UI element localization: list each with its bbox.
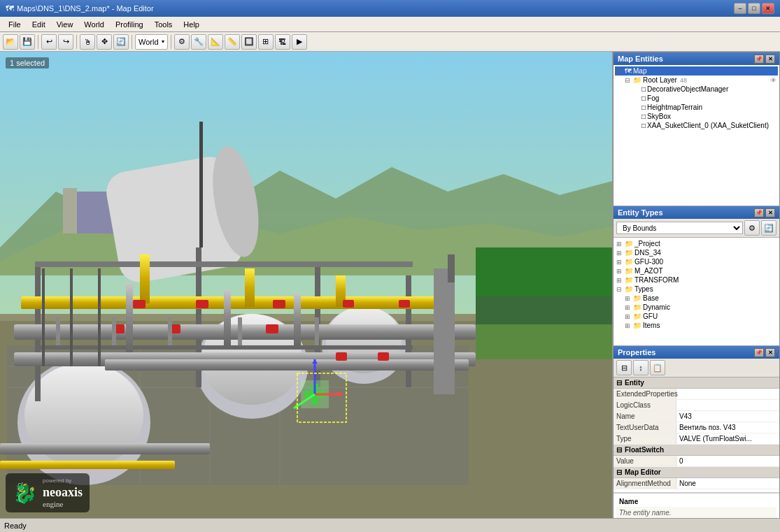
object-icon: □ xyxy=(641,122,646,129)
toolbar-btn-5[interactable]: 🔲 xyxy=(241,34,257,50)
prop-val-alignment[interactable]: None xyxy=(676,478,779,489)
prop-val-type[interactable]: VALVE (TurnFloatSwi... xyxy=(676,433,779,444)
types-settings-btn[interactable]: ⚙ xyxy=(744,220,760,236)
logo-overlay: 🐉 powered by neoaxis engine xyxy=(6,473,90,512)
tree-item-root-layer[interactable]: ⊟ 📁 Root Layer 48 👁 xyxy=(623,76,778,85)
tree-item-project[interactable]: ⊞ 📁 _Project xyxy=(615,239,778,248)
title-bar: 🗺 Maps\DNS_1\DNS_2.map* - Map Editor – □… xyxy=(0,0,780,17)
svg-rect-46 xyxy=(273,300,285,308)
minus-icon: ⊟ xyxy=(616,379,622,387)
svg-rect-66 xyxy=(56,317,60,345)
menu-bar: File Edit View World Profiling Tools Hel… xyxy=(0,17,780,32)
prop-val-logicclass[interactable] xyxy=(676,400,779,410)
pin-button-3[interactable]: 📌 xyxy=(754,348,764,357)
prop-textuserdata: TextUserData Вентиль поз. V43 xyxy=(614,422,779,433)
status-bar: Ready xyxy=(0,518,780,532)
prop-val-value[interactable]: 0 xyxy=(676,456,779,466)
tree-item-base[interactable]: ⊞ 📁 Base xyxy=(623,294,778,303)
svg-rect-30 xyxy=(35,261,413,267)
tree-item-gfu300[interactable]: ⊞ 📁 GFU-300 xyxy=(615,257,778,266)
engine-name: neoaxis xyxy=(43,485,83,499)
powered-by-label: powered by xyxy=(43,477,83,484)
world-dropdown-label: World xyxy=(139,38,159,46)
props-copy-btn[interactable]: 📋 xyxy=(650,360,665,375)
tree-item-dynamic[interactable]: ⊞ 📁 Dynamic xyxy=(623,303,778,312)
prop-val-extended[interactable] xyxy=(676,389,779,399)
types-close-button[interactable]: ✕ xyxy=(765,208,775,217)
toolbar-btn-1[interactable]: ⚙ xyxy=(174,34,190,50)
filter-dropdown[interactable]: By Bounds xyxy=(616,222,743,234)
tree-item-map[interactable]: ⊟ 🗺 Map xyxy=(615,66,778,76)
toolbar-btn-2[interactable]: 🔧 xyxy=(191,34,206,50)
footer-description: The entity name. xyxy=(616,507,777,518)
props-close-button[interactable]: ✕ xyxy=(765,348,775,357)
tree-item-dns34[interactable]: ⊞ 📁 DNS_34 xyxy=(615,248,778,257)
toolbar-btn-6[interactable]: ⊞ xyxy=(258,34,274,50)
tree-item-terrain[interactable]: □ HeightmapTerrain xyxy=(632,103,778,112)
entity-section-header[interactable]: ⊟ Entity xyxy=(614,378,779,389)
menu-view[interactable]: View xyxy=(51,19,79,30)
tree-item-items[interactable]: ⊞ 📁 Items xyxy=(623,321,778,330)
svg-rect-75 xyxy=(0,443,210,454)
toolbar-save[interactable]: 💾 xyxy=(20,34,35,50)
toolbar-btn-3[interactable]: 📐 xyxy=(208,34,223,50)
object-icon: □ xyxy=(641,103,646,111)
toolbar-redo[interactable]: ↪ xyxy=(58,34,73,50)
menu-world[interactable]: World xyxy=(78,19,110,30)
toolbar: 📂 💾 ↩ ↪ 🖱 ✥ 🔄 World ▾ ⚙ 🔧 📐 📏 🔲 ⊞ 🏗 ▶ xyxy=(0,32,780,52)
maximize-button[interactable]: □ xyxy=(748,3,760,14)
menu-profiling[interactable]: Profiling xyxy=(110,19,149,30)
toolbar-btn-8[interactable]: ▶ xyxy=(292,34,307,50)
viewport[interactable]: 1 selected 🐉 powered by neoaxis engine xyxy=(0,52,612,518)
prop-extended: ExtendedProperties xyxy=(614,389,779,400)
toolbar-move[interactable]: ✥ xyxy=(97,34,112,50)
close-button[interactable]: ✕ xyxy=(762,3,774,14)
tree-item-mazot[interactable]: ⊞ 📁 M_AZOT xyxy=(615,266,778,275)
toolbar-open[interactable]: 📂 xyxy=(3,34,18,50)
prop-val-name[interactable]: V43 xyxy=(676,411,779,422)
pin-button-2[interactable]: 📌 xyxy=(754,208,764,217)
layer-count: 48 xyxy=(680,77,687,84)
tree-item-xaa[interactable]: □ XAA_SuketClient_0 (XAA_SuketClient) xyxy=(632,121,778,130)
toolbar-sep-2 xyxy=(76,35,77,49)
types-refresh-btn[interactable]: 🔄 xyxy=(761,220,777,236)
props-sort-btn[interactable]: ⊟ xyxy=(616,360,632,375)
tree-item-fog[interactable]: □ Fog xyxy=(632,94,778,103)
prop-value-row: Value 0 xyxy=(614,456,779,467)
window-title: Maps\DNS_1\DNS_2.map* - Map Editor xyxy=(17,4,154,13)
prop-name-row: Name V43 xyxy=(614,411,779,422)
floatswitch-section-header[interactable]: ⊟ FloatSwitch xyxy=(614,445,779,456)
menu-file[interactable]: File xyxy=(3,19,27,30)
toolbar-undo[interactable]: ↩ xyxy=(41,34,57,50)
map-icon: 🗺 xyxy=(625,67,632,75)
tree-item-types[interactable]: ⊟ 📁 Types xyxy=(615,285,778,294)
mapeditor-section-header[interactable]: ⊟ Map Editor xyxy=(614,467,779,478)
minimize-button[interactable]: – xyxy=(734,3,746,14)
svg-rect-52 xyxy=(336,352,347,361)
menu-edit[interactable]: Edit xyxy=(27,19,51,30)
menu-help[interactable]: Help xyxy=(178,19,205,30)
entities-close-button[interactable]: ✕ xyxy=(765,55,775,64)
properties-toolbar: ⊟ ↕ 📋 xyxy=(614,359,779,378)
toolbar-btn-7[interactable]: 🏗 xyxy=(275,34,290,50)
svg-rect-7 xyxy=(476,296,612,324)
pin-button[interactable]: 📌 xyxy=(754,55,764,64)
tree-item-transform[interactable]: ⊞ 📁 TRANSFORM xyxy=(615,275,778,285)
toolbar-select[interactable]: 🖱 xyxy=(80,34,95,50)
toolbar-btn-4[interactable]: 📏 xyxy=(225,34,240,50)
tree-item-skybox[interactable]: □ SkyBox xyxy=(632,112,778,121)
prop-name-extended: ExtendedProperties xyxy=(614,389,676,399)
menu-tools[interactable]: Tools xyxy=(149,19,178,30)
world-dropdown[interactable]: World ▾ xyxy=(135,34,168,50)
svg-rect-48 xyxy=(399,300,410,308)
toolbar-rotate[interactable]: 🔄 xyxy=(113,34,129,50)
entities-tree[interactable]: ⊟ 🗺 Map ⊟ 📁 Root Layer 48 👁 □ Decorative xyxy=(614,65,779,206)
tree-item-gfu[interactable]: ⊞ 📁 GFU xyxy=(623,312,778,321)
svg-rect-32 xyxy=(35,345,413,350)
props-order-btn[interactable]: ↕ xyxy=(633,360,648,375)
prop-alignment: AlignmentMethod None xyxy=(614,478,779,489)
types-tree[interactable]: ⊞ 📁 _Project ⊞ 📁 DNS_34 ⊞ 📁 GFU-300 ⊞ 📁 xyxy=(614,238,779,347)
tree-item-decorative[interactable]: □ DecorativeObjectManager xyxy=(632,85,778,94)
svg-rect-40 xyxy=(105,359,469,371)
prop-val-textuserdata[interactable]: Вентиль поз. V43 xyxy=(676,422,779,433)
